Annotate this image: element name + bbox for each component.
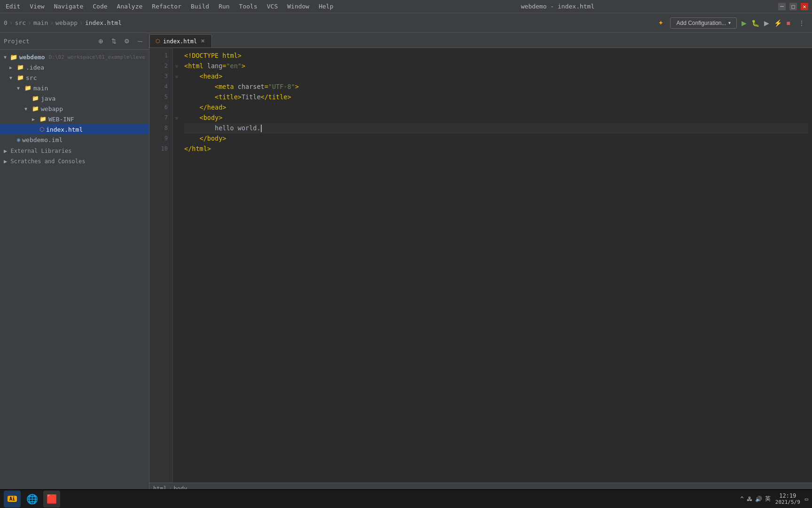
folder-icon: 📁 xyxy=(39,116,47,122)
html-file-icon: ⬡ xyxy=(39,126,44,133)
external-libraries-label: External Libraries xyxy=(10,148,71,154)
profile-button[interactable]: ⚡ xyxy=(772,18,784,28)
speaker-icon[interactable]: 🔊 xyxy=(755,496,762,502)
fold-icon[interactable]: ▽ xyxy=(175,116,178,120)
ai-label: Ai xyxy=(8,496,17,502)
project-root[interactable]: ▼ 📁 webdemo D:\02_workspace\01_example\l… xyxy=(0,52,149,62)
code-line-3: <head> xyxy=(184,71,808,82)
menu-refactor[interactable]: Refactor xyxy=(148,2,185,11)
fold-icon[interactable]: ▽ xyxy=(175,64,178,69)
menu-analyze[interactable]: Analyze xyxy=(113,2,147,11)
fold-8 xyxy=(173,123,180,134)
fold-1 xyxy=(173,51,180,61)
expand-arrow-icon: ▼ xyxy=(17,86,23,91)
breadcrumb-src[interactable]: src xyxy=(15,19,26,26)
fold-2[interactable]: ▽ xyxy=(173,61,180,71)
stop-button[interactable]: ■ xyxy=(785,18,792,28)
add-configuration-button[interactable]: Add Configuration... ▾ xyxy=(670,17,736,29)
sidebar-item-external-libraries[interactable]: ▶ External Libraries xyxy=(0,145,149,155)
dropdown-arrow-icon: ▾ xyxy=(728,20,731,25)
sidebar-header: Project ⊕ ⇅ ⚙ ─ xyxy=(0,33,149,50)
expand-arrow-icon: ▶ xyxy=(9,65,15,70)
ai-assistant-icon[interactable]: ✦ xyxy=(654,16,667,30)
minimize-button[interactable]: ─ xyxy=(778,3,786,10)
taskbar-ai[interactable]: Ai xyxy=(4,491,21,508)
fold-6 xyxy=(173,103,180,113)
sidebar-label-webdemo-iml: webdemo.iml xyxy=(22,136,62,143)
maximize-button[interactable]: □ xyxy=(789,3,797,10)
taskbar-intellij[interactable]: 🟥 xyxy=(43,491,60,508)
run-button[interactable]: ▶ xyxy=(740,18,749,28)
line-num-4: 4 xyxy=(149,82,168,92)
chrome-icon: 🌐 xyxy=(26,493,38,505)
fold-7[interactable]: ▽ xyxy=(173,113,180,123)
run-with-coverage-button[interactable]: ▶ xyxy=(762,18,771,28)
breadcrumb-main[interactable]: main xyxy=(33,19,48,26)
sidebar-item-java[interactable]: 📁 java xyxy=(0,93,149,103)
menu-vcs[interactable]: VCS xyxy=(263,2,281,11)
html-close-tag: </html> xyxy=(184,144,211,154)
breadcrumb-file: index.html xyxy=(85,19,122,26)
menu-view[interactable]: View xyxy=(26,2,48,11)
sidebar-item-scratches[interactable]: ▶ Scratches and Consoles xyxy=(0,155,149,166)
network-icon[interactable]: 🖧 xyxy=(747,496,752,502)
fold-4 xyxy=(173,82,180,92)
sidebar-label-idea: .idea xyxy=(26,64,44,71)
sidebar-settings-button[interactable]: ⚙ xyxy=(122,36,132,47)
sidebar-item-idea[interactable]: ▶ 📁 .idea xyxy=(0,62,149,72)
menu-tools[interactable]: Tools xyxy=(235,2,261,11)
menu-build[interactable]: Build xyxy=(187,2,213,11)
folder-icon: 📁 xyxy=(17,64,24,71)
line-num-9: 9 xyxy=(149,134,168,144)
language-icon[interactable]: 英 xyxy=(765,495,771,503)
menu-edit[interactable]: Edit xyxy=(2,2,24,11)
menu-help[interactable]: Help xyxy=(315,2,337,11)
folder-icon: 📁 xyxy=(24,85,31,91)
scratches-label: Scratches and Consoles xyxy=(10,158,85,165)
sidebar-item-webinf[interactable]: ▶ 📁 WEB-INF xyxy=(0,114,149,124)
toolbar: 0 › src › main › webapp › index.html ✦ A… xyxy=(0,13,812,33)
head-close-tag: </head> xyxy=(200,103,226,113)
code-line-10: </html> xyxy=(184,144,808,154)
code-line-6: </head> xyxy=(184,103,808,113)
debug-button[interactable]: 🐛 xyxy=(750,18,761,28)
project-folder-icon: 📁 xyxy=(10,54,17,61)
tab-index-html[interactable]: ⬡ index.html ✕ xyxy=(149,34,212,48)
editor-content[interactable]: 1 2 3 4 5 6 7 8 9 10 ▽ ▽ xyxy=(149,48,812,483)
clock[interactable]: 12:19 2021/5/9 xyxy=(775,492,800,505)
menu-run[interactable]: Run xyxy=(215,2,233,11)
menu-window[interactable]: Window xyxy=(283,2,313,11)
project-name: webdemo xyxy=(19,54,45,61)
more-actions-button[interactable]: ⋮ xyxy=(795,16,808,30)
system-tray-expand-icon[interactable]: ^ xyxy=(741,496,744,502)
html-open-tag: <html xyxy=(184,61,203,71)
expand-arrow-icon: ▼ xyxy=(24,106,30,111)
breadcrumb: 0 › src › main › webapp › index.html xyxy=(4,19,651,26)
sidebar-item-webapp[interactable]: ▼ 📁 webapp xyxy=(0,103,149,114)
folder-icon: 📁 xyxy=(32,95,39,102)
sidebar-label-main: main xyxy=(33,85,48,92)
sidebar-collapse-button[interactable]: ─ xyxy=(135,36,145,47)
sidebar-item-src[interactable]: ▼ 📁 src xyxy=(0,72,149,83)
close-button[interactable]: ✕ xyxy=(801,3,808,10)
menu-navigate[interactable]: Navigate xyxy=(50,2,87,11)
sidebar-sort-button[interactable]: ⇅ xyxy=(109,36,119,47)
menu-code[interactable]: Code xyxy=(89,2,111,11)
sidebar-item-main[interactable]: ▼ 📁 main xyxy=(0,83,149,93)
code-line-4: <meta charset="UTF-8"> xyxy=(184,82,808,92)
taskbar-chrome[interactable]: 🌐 xyxy=(23,491,40,508)
breadcrumb-root[interactable]: 0 xyxy=(4,19,8,26)
sidebar-item-webdemo-iml[interactable]: ◉ webdemo.iml xyxy=(0,135,149,145)
code-content[interactable]: <!DOCTYPE html> <html lang="en"> <head> … xyxy=(180,48,812,483)
window-title: webdemo - index.html xyxy=(339,3,776,10)
fold-icon[interactable]: ▽ xyxy=(175,74,178,79)
expand-arrow-icon: ▶ xyxy=(4,158,10,165)
sidebar-add-button[interactable]: ⊕ xyxy=(95,36,106,47)
breadcrumb-webapp[interactable]: webapp xyxy=(55,19,78,26)
sidebar-item-index-html[interactable]: ⬡ index.html xyxy=(0,124,149,135)
code-line-8[interactable]: hello world. xyxy=(184,123,808,134)
tab-close-button[interactable]: ✕ xyxy=(200,38,206,44)
show-desktop-button[interactable]: ▭ xyxy=(805,496,808,502)
sidebar-content: ▼ 📁 webdemo D:\02_workspace\01_example\l… xyxy=(0,50,149,494)
fold-3[interactable]: ▽ xyxy=(173,71,180,82)
